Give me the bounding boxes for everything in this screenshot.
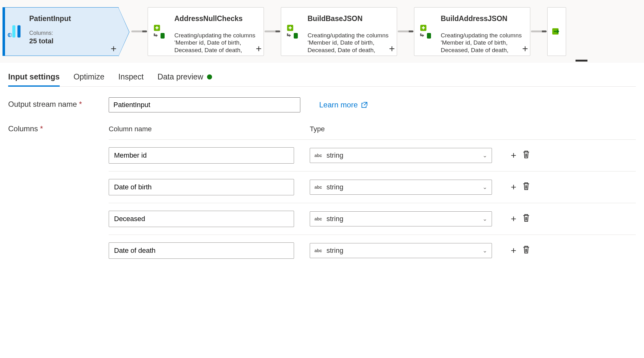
sink-icon [548,8,566,56]
column-type-select[interactable]: abc string ⌄ [310,148,492,163]
abc-icon: abc [314,216,322,221]
chevron-down-icon: ⌄ [483,184,487,191]
column-type-select[interactable]: abc string ⌄ [310,243,492,258]
tab-data-preview[interactable]: Data preview [157,69,212,86]
chevron-down-icon: ⌄ [483,215,487,222]
add-after-button[interactable]: + [389,44,395,54]
source-icon [3,8,28,56]
column-name-input[interactable] [109,179,294,195]
column-name-input[interactable] [109,211,294,227]
type-value: string [326,215,343,223]
node-buildaddressjson[interactable]: BuildAddressJSON Creating/updating the c… [414,7,530,56]
node-title: PatientInput [29,14,113,23]
node-desc: Creating/updating the columns 'Member id… [441,32,525,56]
node-buildbasejson[interactable]: BuildBaseJSON Creating/updating the colu… [281,7,397,56]
learn-more-link[interactable]: Learn more [319,100,368,109]
column-name-input[interactable] [109,242,294,259]
connector [131,30,147,32]
type-value: string [326,183,343,191]
dataflow-canvas[interactable]: PatientInput Columns: 25 total + [0,0,644,63]
type-value: string [326,151,343,160]
chevron-down-icon: ⌄ [483,247,487,254]
connector [398,30,413,32]
delete-column-button[interactable] [522,214,530,225]
add-after-button[interactable]: + [522,44,528,54]
svg-rect-4 [161,33,165,39]
tab-optimize[interactable]: Optimize [74,69,105,86]
chevron-down-icon: ⌄ [483,152,487,159]
add-column-button[interactable]: + [511,150,516,161]
node-title: AddressNullChecks [174,14,259,23]
node-title: BuildAddressJSON [441,14,525,23]
delete-column-button[interactable] [522,150,530,161]
connector [531,30,547,32]
abc-icon: abc [314,248,322,253]
node-addressnullchecks[interactable]: AddressNullChecks Creating/updating the … [148,7,264,56]
svg-rect-1 [18,25,21,38]
add-column-button[interactable]: + [511,182,516,193]
add-column-button[interactable]: + [511,214,516,225]
columns-label: Columns * [8,122,109,266]
add-after-button[interactable]: + [111,44,117,54]
column-name-input[interactable] [109,147,294,164]
derived-column-icon [148,8,173,56]
detail-panel: Input settings Optimize Inspect Data pre… [0,63,644,282]
tabs: Input settings Optimize Inspect Data pre… [8,69,636,87]
output-stream-input[interactable] [109,97,300,112]
panel-resize-handle[interactable] [576,60,587,62]
column-row: abc string ⌄ + [109,139,636,171]
connector [265,30,280,32]
abc-icon: abc [314,185,322,190]
node-desc: Creating/updating the columns 'Member id… [174,32,259,56]
column-row: abc string ⌄ + [109,235,636,266]
svg-rect-8 [427,33,431,39]
delete-column-button[interactable] [522,245,530,256]
col-header-type: Type [310,125,325,133]
type-value: string [326,247,343,255]
svg-rect-6 [294,33,298,39]
output-stream-label: Output stream name * [8,97,109,112]
node-next[interactable] [547,7,566,56]
derived-column-icon [414,8,439,56]
columns-label: Columns: [29,30,53,36]
tab-input-settings[interactable]: Input settings [8,69,60,86]
column-row: abc string ⌄ + [109,171,636,203]
status-dot-icon [207,74,212,79]
columns-total: 25 total [29,37,113,45]
col-header-name: Column name [109,125,310,133]
node-desc: Creating/updating the columns 'Member id… [308,32,392,56]
svg-rect-0 [12,25,15,38]
delete-column-button[interactable] [522,182,530,193]
column-type-select[interactable]: abc string ⌄ [310,211,492,226]
node-patientinput[interactable]: PatientInput Columns: 25 total + [3,7,119,56]
add-column-button[interactable]: + [511,245,516,256]
node-title: BuildBaseJSON [308,14,392,23]
external-link-icon [361,101,368,108]
add-after-button[interactable]: + [256,44,262,54]
derived-column-icon [281,8,306,56]
tab-inspect[interactable]: Inspect [118,69,144,86]
column-row: abc string ⌄ + [109,203,636,235]
abc-icon: abc [314,153,322,158]
column-type-select[interactable]: abc string ⌄ [310,180,492,195]
